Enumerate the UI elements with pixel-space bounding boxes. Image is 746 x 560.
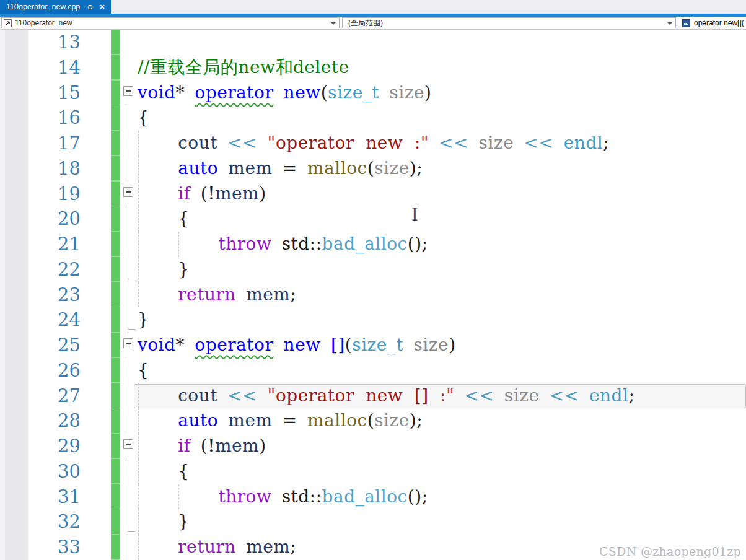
code-token: [] (331, 335, 345, 355)
code-token: mem (215, 435, 259, 456)
code-token: //重载全局的new和delete (138, 57, 349, 77)
code-line: 23returnmem; (0, 282, 746, 308)
line-number: 31 (28, 484, 81, 510)
code-line: 25void*operatornew[](size_tsize) (0, 333, 746, 358)
code-text[interactable]: void*operatornew(size_tsize) (138, 81, 431, 106)
code-text[interactable]: returnmem; (138, 535, 296, 560)
tab-title: 110operator_new.cpp (6, 2, 80, 11)
fold-collapse-button[interactable] (123, 338, 133, 348)
close-icon[interactable]: ✕ (99, 4, 105, 11)
code-line: 19if(!mem) (0, 182, 746, 207)
line-number: 27 (28, 383, 81, 409)
line-number: 23 (28, 282, 81, 308)
code-token: ; (628, 385, 634, 406)
code-line: 29if(!mem) (0, 434, 746, 459)
code-text[interactable]: throwstd::bad_alloc(); (138, 232, 428, 257)
fold-collapse-button[interactable] (123, 439, 133, 449)
line-number: 13 (28, 30, 81, 55)
code-token: = (283, 410, 297, 431)
code-text[interactable]: } (138, 307, 149, 333)
code-token: endl (564, 133, 603, 153)
code-text[interactable]: if(!mem) (138, 182, 266, 207)
code-text[interactable]: cout<<"operator new [] :"<<size<<endl; (138, 383, 634, 409)
line-number: 14 (28, 55, 81, 81)
fold-scope-line (128, 358, 128, 383)
code-token: operator (195, 335, 273, 355)
fold-scope-line (128, 484, 128, 510)
code-token: if (178, 183, 190, 204)
code-text[interactable]: throwstd::bad_alloc(); (138, 484, 428, 510)
line-number: 16 (28, 105, 81, 131)
line-number: 19 (28, 182, 81, 207)
code-token: cout (178, 385, 217, 406)
fold-collapse-button[interactable] (123, 86, 133, 96)
code-token: ; (416, 410, 423, 431)
code-text[interactable]: automem=malloc(size); (138, 156, 423, 182)
code-token: void (138, 335, 176, 355)
code-text[interactable]: } (138, 257, 190, 282)
code-token: bad_alloc (322, 486, 408, 507)
navigation-bar: 110operator_new (全局范围) operator new[]( (0, 17, 746, 30)
code-token: ; (603, 133, 609, 153)
code-token: { (178, 461, 189, 481)
code-token: << (439, 133, 468, 153)
code-token: } (178, 511, 189, 532)
chevron-down-icon[interactable] (331, 22, 336, 25)
code-text[interactable]: cout<<"operator new :"<<size<<endl; (138, 131, 609, 156)
line-number: 22 (28, 257, 81, 282)
code-line: 32} (0, 509, 746, 535)
code-text[interactable]: //重载全局的new和delete (138, 55, 349, 81)
fold-scope-end (128, 279, 135, 279)
code-text[interactable]: void*operatornew[](size_tsize) (138, 333, 456, 358)
line-number: 18 (28, 156, 81, 182)
code-text[interactable]: returnmem; (138, 282, 296, 308)
code-token: ) (449, 335, 455, 355)
code-token: malloc (307, 410, 367, 431)
fold-scope-line (128, 408, 128, 434)
code-token: size (504, 385, 540, 406)
code-token: ) (259, 183, 266, 204)
code-text[interactable]: } (138, 509, 190, 535)
code-token: if (178, 435, 190, 456)
chevron-down-icon[interactable] (667, 22, 672, 25)
code-editor[interactable]: 1314//重载全局的new和delete15void*operatornew(… (0, 30, 746, 560)
code-line: 18automem=malloc(size); (0, 156, 746, 182)
code-text[interactable]: { (138, 358, 149, 383)
code-token: cout (178, 133, 217, 153)
code-token: size (389, 82, 424, 103)
code-text[interactable]: { (138, 105, 149, 131)
code-token: << (524, 133, 554, 153)
code-text[interactable]: { (138, 459, 190, 484)
code-token: ; (422, 234, 428, 254)
code-token: << (227, 385, 257, 406)
code-text[interactable]: if(!mem) (138, 434, 266, 459)
code-text[interactable]: automem=malloc(size); (138, 408, 423, 434)
pin-icon[interactable] (86, 3, 94, 11)
scope-dropdown[interactable]: (全局范围) (342, 17, 676, 28)
code-line: 15void*operatornew(size_tsize) (0, 81, 746, 106)
line-number: 17 (28, 131, 81, 156)
code-token: size (374, 158, 410, 178)
code-lines: 1314//重载全局的new和delete15void*operatornew(… (0, 30, 746, 560)
line-number: 30 (28, 459, 81, 484)
code-token: new (284, 335, 321, 355)
code-token: size (479, 133, 514, 153)
types-dropdown[interactable]: 110operator_new (1, 17, 340, 28)
code-line: 22} (0, 257, 746, 282)
code-token: malloc (307, 158, 367, 178)
code-token: std (282, 486, 310, 507)
member-dropdown[interactable]: operator new[]( (677, 17, 746, 29)
fold-scope-line (128, 535, 128, 560)
code-token: ( (367, 410, 374, 431)
tab-110operator_new[interactable]: 110operator_new.cpp ✕ (0, 0, 111, 14)
code-token: ( (321, 82, 328, 103)
code-token: operator (195, 82, 273, 103)
code-token: size_t (352, 335, 403, 355)
fold-scope-end (128, 531, 135, 532)
code-token: * (176, 82, 185, 103)
fold-scope-line (128, 156, 128, 182)
code-text[interactable]: { (138, 206, 190, 232)
code-token: mem (246, 536, 290, 557)
code-token: :: (310, 234, 322, 254)
fold-collapse-button[interactable] (123, 187, 133, 197)
